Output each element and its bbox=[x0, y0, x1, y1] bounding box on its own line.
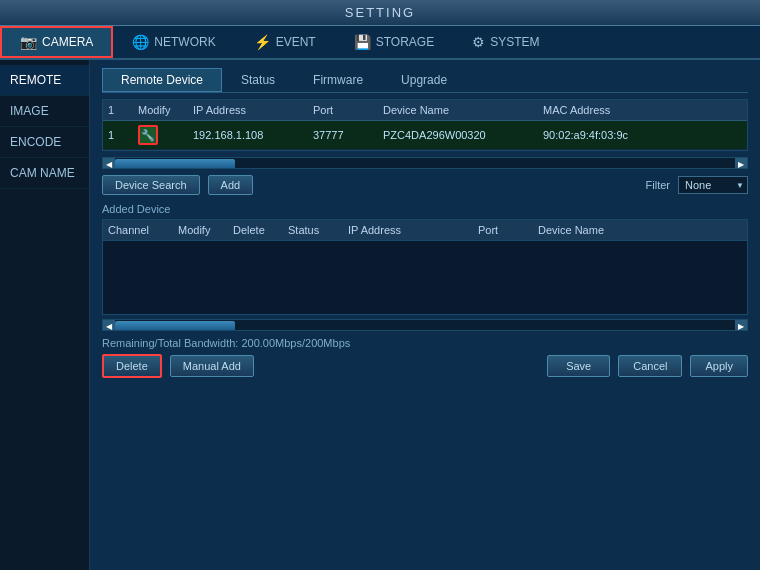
row-num: 1 bbox=[108, 129, 138, 141]
toolbar-row: Device Search Add Filter None IPC DVR NV… bbox=[102, 175, 748, 195]
title-text: SETTING bbox=[345, 5, 415, 20]
added-table-header: Channel Modify Delete Status IP Address … bbox=[102, 219, 748, 240]
row-ipaddress: 192.168.1.108 bbox=[193, 129, 313, 141]
apply-button[interactable]: Apply bbox=[690, 355, 748, 377]
scroll-left-arrow[interactable]: ◀ bbox=[103, 158, 115, 169]
network-icon: 🌐 bbox=[132, 34, 149, 50]
sidebar-camname-label: CAM NAME bbox=[10, 166, 75, 180]
nav-tab-system-label: SYSTEM bbox=[490, 35, 539, 49]
scroll-right-arrow[interactable]: ▶ bbox=[735, 158, 747, 169]
cancel-button[interactable]: Cancel bbox=[618, 355, 682, 377]
added-device-section-label: Added Device bbox=[102, 203, 748, 215]
sidebar-item-camname[interactable]: CAM NAME bbox=[0, 158, 89, 189]
add-button[interactable]: Add bbox=[208, 175, 254, 195]
row-modify-icon[interactable]: 🔧 bbox=[138, 125, 193, 145]
filter-select[interactable]: None IPC DVR NVR bbox=[678, 176, 748, 194]
col-num: 1 bbox=[108, 104, 138, 116]
nav-tabs: 📷 CAMERA 🌐 NETWORK ⚡ EVENT 💾 STORAGE ⚙ S… bbox=[0, 26, 760, 60]
sub-tab-firmware-label: Firmware bbox=[313, 73, 363, 87]
nav-tab-event-label: EVENT bbox=[276, 35, 316, 49]
filter-label: Filter bbox=[646, 179, 670, 191]
col-devicename: Device Name bbox=[383, 104, 543, 116]
nav-tab-storage[interactable]: 💾 STORAGE bbox=[335, 26, 453, 58]
sidebar-item-remote[interactable]: REMOTE bbox=[0, 65, 89, 96]
nav-tab-network-label: NETWORK bbox=[154, 35, 215, 49]
filter-select-wrapper: None IPC DVR NVR bbox=[678, 176, 748, 194]
added-table-scrollbar[interactable]: ◀ ▶ bbox=[102, 319, 748, 331]
delete-button[interactable]: Delete bbox=[102, 354, 162, 378]
added-col-ipaddress: IP Address bbox=[348, 224, 478, 236]
device-table-scrollbar[interactable]: ◀ ▶ bbox=[102, 157, 748, 169]
content-area: Remote Device Status Firmware Upgrade 1 … bbox=[90, 60, 760, 570]
col-port: Port bbox=[313, 104, 383, 116]
sidebar-encode-label: ENCODE bbox=[10, 135, 61, 149]
modify-button[interactable]: 🔧 bbox=[138, 125, 158, 145]
nav-tab-camera[interactable]: 📷 CAMERA bbox=[0, 26, 113, 58]
nav-tab-event[interactable]: ⚡ EVENT bbox=[235, 26, 335, 58]
sub-tab-remotedevice-label: Remote Device bbox=[121, 73, 203, 87]
row-port: 37777 bbox=[313, 129, 383, 141]
sub-tab-status[interactable]: Status bbox=[222, 68, 294, 92]
scroll-thumb[interactable] bbox=[115, 159, 235, 169]
added-table-body bbox=[102, 240, 748, 315]
col-macaddress: MAC Address bbox=[543, 104, 683, 116]
camera-icon: 📷 bbox=[20, 34, 37, 50]
system-icon: ⚙ bbox=[472, 34, 485, 50]
main-layout: REMOTE IMAGE ENCODE CAM NAME Remote Devi… bbox=[0, 60, 760, 570]
added-col-devicename: Device Name bbox=[538, 224, 668, 236]
row-devicename: PZC4DA296W00320 bbox=[383, 129, 543, 141]
nav-tab-system[interactable]: ⚙ SYSTEM bbox=[453, 26, 558, 58]
event-icon: ⚡ bbox=[254, 34, 271, 50]
sub-tab-status-label: Status bbox=[241, 73, 275, 87]
sidebar-item-encode[interactable]: ENCODE bbox=[0, 127, 89, 158]
nav-tab-camera-label: CAMERA bbox=[42, 35, 93, 49]
title-bar: SETTING bbox=[0, 0, 760, 26]
added-scroll-thumb[interactable] bbox=[115, 321, 235, 331]
storage-icon: 💾 bbox=[354, 34, 371, 50]
added-col-modify: Modify bbox=[178, 224, 233, 236]
added-scroll-right-arrow[interactable]: ▶ bbox=[735, 320, 747, 331]
sub-tabs: Remote Device Status Firmware Upgrade bbox=[102, 68, 748, 93]
manual-add-button[interactable]: Manual Add bbox=[170, 355, 254, 377]
bottom-area: Remaining/Total Bandwidth: 200.00Mbps/20… bbox=[102, 337, 748, 378]
sidebar-remote-label: REMOTE bbox=[10, 73, 61, 87]
table-row[interactable]: 1 🔧 192.168.1.108 37777 PZC4DA296W00320 … bbox=[103, 121, 747, 150]
nav-tab-network[interactable]: 🌐 NETWORK bbox=[113, 26, 234, 58]
added-col-status: Status bbox=[288, 224, 348, 236]
added-col-port: Port bbox=[478, 224, 538, 236]
sub-tab-upgrade-label: Upgrade bbox=[401, 73, 447, 87]
col-ipaddress: IP Address bbox=[193, 104, 313, 116]
bottom-buttons: Delete Manual Add Save Cancel Apply bbox=[102, 354, 748, 378]
sidebar: REMOTE IMAGE ENCODE CAM NAME bbox=[0, 60, 90, 570]
row-macaddress: 90:02:a9:4f:03:9c bbox=[543, 129, 683, 141]
save-button[interactable]: Save bbox=[547, 355, 610, 377]
device-table-header: 1 Modify IP Address Port Device Name MAC… bbox=[103, 100, 747, 121]
device-search-button[interactable]: Device Search bbox=[102, 175, 200, 195]
bandwidth-text: Remaining/Total Bandwidth: 200.00Mbps/20… bbox=[102, 337, 748, 349]
col-modify: Modify bbox=[138, 104, 193, 116]
sidebar-image-label: IMAGE bbox=[10, 104, 49, 118]
sub-tab-remotedevice[interactable]: Remote Device bbox=[102, 68, 222, 92]
sub-tab-firmware[interactable]: Firmware bbox=[294, 68, 382, 92]
sub-tab-upgrade[interactable]: Upgrade bbox=[382, 68, 466, 92]
nav-tab-storage-label: STORAGE bbox=[376, 35, 434, 49]
added-col-delete: Delete bbox=[233, 224, 288, 236]
sidebar-item-image[interactable]: IMAGE bbox=[0, 96, 89, 127]
device-table: 1 Modify IP Address Port Device Name MAC… bbox=[102, 99, 748, 151]
added-scroll-left-arrow[interactable]: ◀ bbox=[103, 320, 115, 331]
added-col-channel: Channel bbox=[108, 224, 178, 236]
